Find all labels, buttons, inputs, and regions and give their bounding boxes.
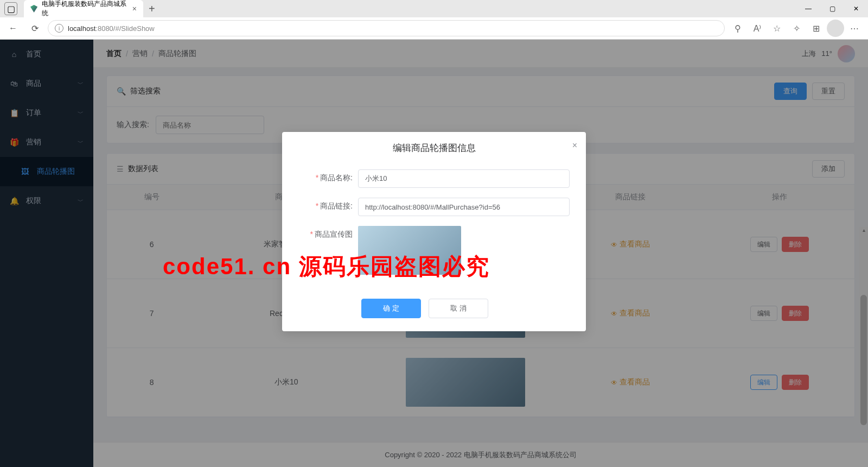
modal-title: 编辑商品轮播图信息: [393, 143, 476, 153]
tabs-overview-icon[interactable]: ▢: [4, 2, 17, 15]
tab-close-icon[interactable]: ×: [132, 4, 137, 13]
refresh-button[interactable]: ⟳: [26, 20, 43, 37]
favorite-icon[interactable]: ☆: [768, 20, 786, 37]
profile-avatar[interactable]: [827, 20, 844, 37]
new-tab-button[interactable]: +: [143, 3, 161, 15]
vue-favicon-icon: [30, 5, 37, 12]
key-icon[interactable]: ⚲: [729, 20, 746, 37]
more-menu-button[interactable]: ⋯: [846, 20, 864, 37]
collections-icon[interactable]: ✧: [788, 20, 805, 37]
app-root: ⌂ 首页 🛍 商品 ﹀ 📋 订单 ﹀ 🎁 营销 ﹀ 🖼 商品轮播图 🔔 权限 ﹀: [0, 40, 868, 467]
url-text: localhost:8080/#/SlideShow: [68, 24, 155, 33]
tab-title: 电脑手机服装数码产品商城系统: [42, 0, 128, 18]
form-label-link: *商品链接:: [298, 198, 353, 211]
form-label-image: *商品宣传图: [298, 226, 353, 239]
confirm-button[interactable]: 确 定: [361, 299, 421, 318]
cancel-button[interactable]: 取 消: [429, 299, 488, 318]
extensions-icon[interactable]: ⊞: [807, 20, 825, 37]
window-close-button[interactable]: ✕: [844, 0, 868, 17]
title-bar: ▢ 电脑手机服装数码产品商城系统 × + — ▢ ✕: [0, 0, 868, 17]
url-bar[interactable]: i localhost:8080/#/SlideShow: [48, 20, 725, 36]
modal-close-button[interactable]: ×: [572, 141, 577, 150]
read-aloud-icon[interactable]: A⁾: [749, 20, 766, 37]
promo-image-upload[interactable]: [358, 226, 461, 275]
form-label-name: *商品名称:: [298, 169, 353, 183]
nav-bar: ← ⟳ i localhost:8080/#/SlideShow ⚲ A⁾ ☆ …: [0, 17, 868, 39]
site-info-icon[interactable]: i: [55, 24, 63, 33]
window-maximize-button[interactable]: ▢: [820, 0, 844, 17]
product-name-input[interactable]: [358, 169, 570, 188]
browser-chrome: ▢ 电脑手机服装数码产品商城系统 × + — ▢ ✕ ← ⟳ i localho…: [0, 0, 868, 40]
edit-modal: 编辑商品轮播图信息 × *商品名称: *商品链接: *商品宣传图 确 定 取 消: [282, 132, 586, 331]
browser-tab[interactable]: 电脑手机服装数码产品商城系统 ×: [24, 0, 143, 17]
window-minimize-button[interactable]: —: [796, 0, 820, 17]
product-link-input[interactable]: [358, 198, 570, 216]
back-button[interactable]: ←: [4, 20, 22, 37]
